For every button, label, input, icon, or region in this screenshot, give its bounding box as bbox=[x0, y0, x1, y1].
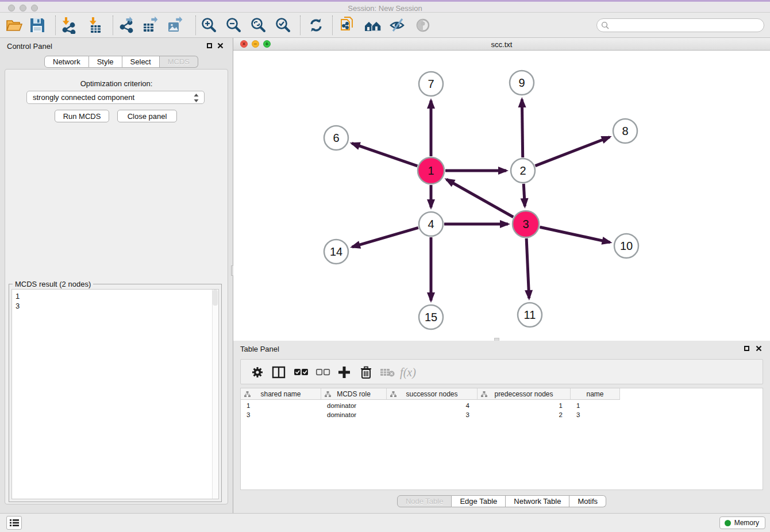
graph-node-6[interactable]: 6 bbox=[324, 126, 348, 150]
svg-text:1: 1 bbox=[428, 164, 434, 177]
tab-select[interactable]: Select bbox=[122, 56, 160, 68]
clone-network-icon[interactable] bbox=[338, 17, 357, 34]
graph-node-11[interactable]: 11 bbox=[518, 303, 542, 327]
open-session-icon[interactable] bbox=[5, 17, 24, 34]
task-history-button[interactable] bbox=[6, 516, 22, 530]
float-table-panel-icon[interactable] bbox=[744, 346, 749, 351]
svg-text:11: 11 bbox=[524, 309, 536, 321]
svg-text:10: 10 bbox=[620, 240, 633, 252]
search-icon bbox=[601, 21, 609, 29]
table-toolbar: f(x) bbox=[240, 359, 763, 384]
export-table-icon[interactable] bbox=[141, 17, 161, 34]
import-table-icon[interactable] bbox=[86, 17, 105, 34]
cell-shared-name: 3 bbox=[241, 410, 321, 419]
graph-node-2[interactable]: 2 bbox=[511, 159, 535, 183]
close-panel-button[interactable]: Close panel bbox=[117, 110, 177, 122]
node-table: shared nameMCDS rolesuccessor nodesprede… bbox=[240, 388, 763, 490]
graph-node-3[interactable]: 3 bbox=[513, 211, 539, 237]
column-header-predecessor-nodes[interactable]: predecessor nodes bbox=[478, 388, 571, 400]
graph-node-1[interactable]: 1 bbox=[418, 157, 444, 184]
graph-node-15[interactable]: 15 bbox=[419, 305, 443, 329]
search-input[interactable] bbox=[596, 18, 764, 32]
edge-2-3[interactable] bbox=[523, 184, 525, 206]
network-window-title: scc.txt bbox=[233, 40, 770, 49]
column-visibility-icon[interactable] bbox=[270, 364, 287, 381]
memory-button[interactable]: Memory bbox=[719, 516, 765, 529]
cell-MCDS-role: dominator bbox=[321, 410, 387, 419]
svg-text:7: 7 bbox=[428, 78, 434, 90]
svg-text:4: 4 bbox=[428, 218, 434, 230]
zoom-in-icon[interactable] bbox=[199, 17, 218, 34]
close-table-panel-icon[interactable] bbox=[756, 345, 762, 352]
column-header-MCDS-role[interactable]: MCDS role bbox=[321, 388, 387, 400]
edge-4-14[interactable] bbox=[352, 228, 418, 246]
result-scrollbar[interactable] bbox=[212, 290, 218, 499]
export-network-icon[interactable] bbox=[117, 17, 136, 34]
cell-name: 3 bbox=[571, 410, 620, 419]
column-header-shared-name[interactable]: shared name bbox=[241, 388, 321, 400]
show-all-icon[interactable] bbox=[414, 17, 433, 34]
mcds-result-textarea[interactable]: 1 3 bbox=[11, 289, 219, 499]
cell-name: 1 bbox=[571, 401, 620, 410]
chevron-updown-icon bbox=[193, 93, 199, 103]
tab-network-table[interactable]: Network Table bbox=[506, 495, 569, 507]
edge-2-9[interactable] bbox=[522, 99, 522, 157]
tab-network[interactable]: Network bbox=[44, 56, 89, 68]
export-image-icon[interactable] bbox=[166, 17, 186, 34]
svg-text:3: 3 bbox=[522, 218, 529, 230]
table-tabs: Node TableEdge TableNetwork TableMotifs bbox=[233, 495, 770, 507]
tab-edge-table[interactable]: Edge Table bbox=[452, 495, 506, 507]
first-neighbors-icon[interactable] bbox=[363, 17, 383, 34]
close-panel-icon[interactable] bbox=[217, 43, 224, 49]
edge-2-8[interactable] bbox=[535, 137, 610, 165]
tab-node-table[interactable]: Node Table bbox=[397, 495, 452, 507]
import-network-icon[interactable] bbox=[59, 17, 79, 34]
network-graph[interactable]: 7968124314101511 bbox=[233, 51, 770, 341]
graph-node-8[interactable]: 8 bbox=[613, 119, 637, 143]
graph-node-9[interactable]: 9 bbox=[510, 71, 534, 95]
table-panel-title: Table Panel bbox=[240, 345, 279, 353]
graph-node-10[interactable]: 10 bbox=[614, 234, 638, 258]
zoom-fit-icon[interactable] bbox=[248, 17, 268, 34]
control-panel: Control Panel NetworkStyleSelectMCDS Opt… bbox=[0, 38, 233, 513]
unselect-all-icon[interactable] bbox=[314, 364, 332, 381]
mcds-result-title: MCDS result (2 nodes) bbox=[13, 280, 93, 288]
table-row[interactable]: 3dominator323 bbox=[241, 410, 620, 419]
graph-node-7[interactable]: 7 bbox=[419, 72, 443, 96]
zoom-selected-icon[interactable] bbox=[273, 17, 292, 34]
column-header-successor-nodes[interactable]: successor nodes bbox=[387, 388, 478, 400]
graph-node-14[interactable]: 14 bbox=[324, 240, 348, 264]
mcds-result-text: 1 3 bbox=[12, 290, 218, 311]
float-panel-icon[interactable] bbox=[207, 43, 212, 48]
app-titlebar: Session: New Session bbox=[0, 0, 770, 13]
hide-selected-icon[interactable] bbox=[388, 17, 408, 34]
network-canvas[interactable]: 7968124314101511 bbox=[233, 51, 770, 341]
dropdown-value: strongly connected component bbox=[33, 93, 134, 102]
zoom-out-icon[interactable] bbox=[224, 17, 243, 34]
control-panel-tabs: NetworkStyleSelectMCDS bbox=[44, 56, 198, 68]
select-all-icon[interactable] bbox=[292, 364, 310, 381]
tab-motifs[interactable]: Motifs bbox=[569, 495, 606, 507]
edge-1-6[interactable] bbox=[352, 143, 417, 165]
control-panel-title: Control Panel bbox=[7, 42, 52, 51]
optimization-criterion-dropdown[interactable]: strongly connected component bbox=[26, 91, 205, 104]
column-header-name[interactable]: name bbox=[571, 388, 620, 400]
edge-3-10[interactable] bbox=[540, 227, 610, 242]
graph-node-4[interactable]: 4 bbox=[419, 212, 443, 236]
mcds-panel: Optimization criterion: strongly connect… bbox=[5, 69, 228, 504]
save-session-icon[interactable] bbox=[28, 17, 47, 34]
network-window-titlebar[interactable]: × − + scc.txt bbox=[233, 38, 770, 51]
add-row-icon[interactable] bbox=[336, 364, 353, 381]
edge-3-1[interactable] bbox=[446, 179, 513, 217]
tab-style[interactable]: Style bbox=[89, 56, 122, 68]
run-mcds-button[interactable]: Run MCDS bbox=[55, 110, 109, 122]
table-row[interactable]: 1dominator411 bbox=[241, 401, 620, 410]
cell-successor-nodes: 4 bbox=[387, 401, 478, 410]
refresh-icon[interactable] bbox=[306, 17, 326, 34]
settings-gear-icon[interactable] bbox=[249, 364, 266, 381]
toolbar-separator bbox=[195, 16, 196, 35]
svg-text:9: 9 bbox=[518, 76, 525, 89]
delete-row-icon[interactable] bbox=[357, 364, 375, 381]
tab-mcds[interactable]: MCDS bbox=[160, 56, 198, 68]
edge-3-11[interactable] bbox=[526, 238, 529, 298]
